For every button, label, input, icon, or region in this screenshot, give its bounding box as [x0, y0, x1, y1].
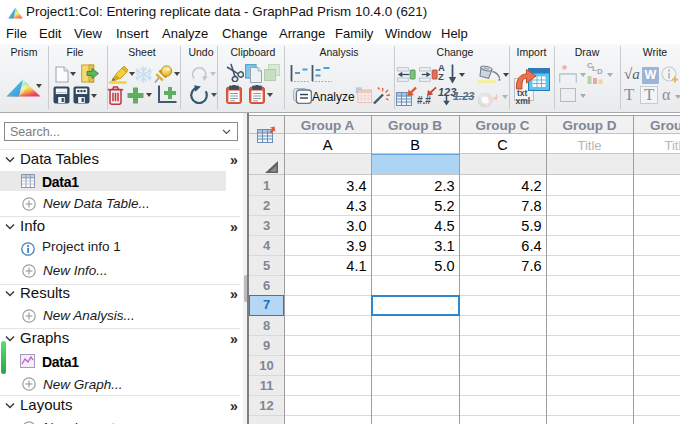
svg-text:xml: xml — [516, 96, 531, 106]
